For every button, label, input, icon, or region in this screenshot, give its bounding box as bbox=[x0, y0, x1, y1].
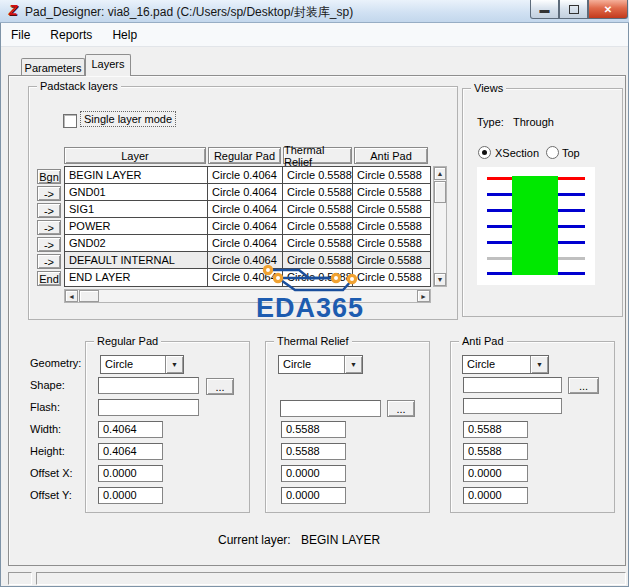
table-row[interactable]: BEGIN LAYER Circle 0.4064 Circle 0.5588 … bbox=[65, 167, 430, 184]
tab-parameters[interactable]: Parameters bbox=[21, 58, 85, 76]
column-header-regular-pad[interactable]: Regular Pad bbox=[208, 147, 281, 164]
cell-layer[interactable]: DEFAULT INTERNAL bbox=[65, 252, 208, 268]
table-row[interactable]: GND01 Circle 0.4064 Circle 0.5588 Circle… bbox=[65, 184, 430, 201]
scroll-right-icon[interactable]: ► bbox=[417, 290, 430, 302]
tab-layers[interactable]: Layers bbox=[85, 54, 131, 76]
cell-layer[interactable]: SIG1 bbox=[65, 201, 208, 217]
cell-thermal-relief[interactable]: Circle 0.5588 bbox=[283, 235, 353, 251]
row-button-arrow[interactable]: -> bbox=[37, 220, 61, 235]
scroll-up-icon[interactable]: ▲ bbox=[434, 167, 446, 180]
horizontal-scroll-thumb[interactable] bbox=[79, 290, 99, 302]
cell-thermal-relief[interactable]: Circle 0.5588 bbox=[283, 167, 353, 183]
cell-regular-pad[interactable]: Circle 0.4064 bbox=[208, 269, 283, 286]
table-row[interactable]: POWER Circle 0.4064 Circle 0.5588 Circle… bbox=[65, 218, 430, 235]
cell-layer[interactable]: END LAYER bbox=[65, 269, 208, 286]
column-header-layer[interactable]: Layer bbox=[64, 147, 206, 164]
regular-pad-width-input[interactable]: 0.4064 bbox=[98, 421, 163, 438]
regular-pad-geometry-select[interactable]: Circle ▼ bbox=[100, 355, 184, 374]
cell-thermal-relief[interactable]: Circle 0.5588 bbox=[283, 218, 353, 234]
anti-pad-geometry-value: Circle bbox=[467, 358, 495, 370]
row-button-arrow[interactable]: -> bbox=[37, 203, 61, 218]
table-horizontal-scrollbar[interactable]: ◄ ► bbox=[64, 289, 431, 303]
menu-reports[interactable]: Reports bbox=[40, 25, 102, 45]
table-row[interactable]: DEFAULT INTERNAL Circle 0.4064 Circle 0.… bbox=[65, 252, 430, 269]
status-bar-grip bbox=[8, 572, 32, 585]
radio-top-label[interactable]: Top bbox=[562, 147, 580, 159]
cell-regular-pad[interactable]: Circle 0.4064 bbox=[208, 167, 283, 183]
cell-layer[interactable]: GND02 bbox=[65, 235, 208, 251]
cell-anti-pad[interactable]: Circle 0.5588 bbox=[353, 269, 430, 286]
table-row[interactable]: GND02 Circle 0.4064 Circle 0.5588 Circle… bbox=[65, 235, 430, 252]
regular-pad-height-input[interactable]: 0.4064 bbox=[98, 443, 163, 460]
minimize-button[interactable]: ▬ bbox=[530, 0, 559, 19]
thermal-relief-flash-browse-button[interactable]: ... bbox=[387, 400, 415, 417]
anti-pad-flash-input[interactable] bbox=[463, 398, 562, 414]
single-layer-mode-label[interactable]: Single layer mode bbox=[80, 111, 176, 127]
maximize-button[interactable] bbox=[559, 0, 588, 19]
cell-layer[interactable]: GND01 bbox=[65, 184, 208, 200]
xsection-preview bbox=[477, 167, 595, 285]
cell-anti-pad[interactable]: Circle 0.5588 bbox=[353, 184, 430, 200]
menu-help[interactable]: Help bbox=[102, 25, 147, 45]
anti-pad-geometry-select[interactable]: Circle ▼ bbox=[462, 355, 549, 374]
thermal-relief-flash-input[interactable] bbox=[280, 400, 381, 417]
cell-anti-pad[interactable]: Circle 0.5588 bbox=[353, 201, 430, 217]
table-row[interactable]: SIG1 Circle 0.4064 Circle 0.5588 Circle … bbox=[65, 201, 430, 218]
close-button[interactable]: ✕ bbox=[588, 0, 628, 19]
cell-thermal-relief[interactable]: Circle 0.5588 bbox=[283, 201, 353, 217]
cell-layer[interactable]: POWER bbox=[65, 218, 208, 234]
thermal-relief-width-input[interactable]: 0.5588 bbox=[281, 421, 346, 438]
scroll-left-icon[interactable]: ◄ bbox=[65, 290, 78, 302]
table-row[interactable]: END LAYER Circle 0.4064 Circle 0.5588 Ci… bbox=[65, 269, 430, 286]
anti-pad-width-input[interactable]: 0.5588 bbox=[463, 421, 528, 438]
anti-pad-offset-x-input[interactable]: 0.0000 bbox=[463, 465, 528, 482]
cell-thermal-relief[interactable]: Circle 0.5588 bbox=[283, 184, 353, 200]
thermal-relief-geometry-select[interactable]: Circle ▼ bbox=[278, 355, 363, 374]
regular-pad-offset-y-input[interactable]: 0.0000 bbox=[98, 487, 163, 504]
radio-top[interactable] bbox=[546, 146, 559, 159]
thermal-relief-offset-x-input[interactable]: 0.0000 bbox=[281, 465, 346, 482]
scroll-down-icon[interactable]: ▼ bbox=[434, 273, 446, 286]
cell-regular-pad[interactable]: Circle 0.4064 bbox=[208, 252, 283, 268]
offset-x-label: Offset X: bbox=[30, 467, 73, 479]
regular-pad-flash-input[interactable] bbox=[98, 399, 199, 416]
row-button-arrow[interactable]: -> bbox=[37, 186, 61, 201]
table-vertical-scrollbar[interactable]: ▲ ▼ bbox=[433, 166, 447, 287]
thermal-relief-offset-y-input[interactable]: 0.0000 bbox=[281, 487, 346, 504]
cell-layer[interactable]: BEGIN LAYER bbox=[65, 167, 208, 183]
radio-xsection[interactable] bbox=[478, 146, 491, 159]
padstack-layers-group-label: Padstack layers bbox=[37, 80, 121, 92]
cell-regular-pad[interactable]: Circle 0.4064 bbox=[208, 218, 283, 234]
menu-file[interactable]: File bbox=[1, 25, 40, 45]
row-button-end[interactable]: End bbox=[37, 271, 61, 286]
title-bar[interactable]: Z Pad_Designer: via8_16.pad (C:/Users/sp… bbox=[0, 0, 629, 23]
chevron-down-icon[interactable]: ▼ bbox=[165, 356, 183, 373]
anti-pad-shape-input[interactable] bbox=[463, 377, 562, 393]
cell-thermal-relief[interactable]: Circle 0.5588 bbox=[283, 252, 353, 268]
regular-pad-offset-x-input[interactable]: 0.0000 bbox=[98, 465, 163, 482]
regular-pad-shape-input[interactable] bbox=[98, 377, 199, 394]
column-header-anti-pad[interactable]: Anti Pad bbox=[354, 147, 428, 164]
chevron-down-icon[interactable]: ▼ bbox=[344, 356, 362, 373]
radio-xsection-label[interactable]: XSection bbox=[495, 147, 539, 159]
cell-thermal-relief[interactable]: Circle 0.5588 bbox=[283, 269, 353, 286]
anti-pad-shape-browse-button[interactable]: ... bbox=[568, 377, 599, 394]
regular-pad-shape-browse-button[interactable]: ... bbox=[206, 378, 234, 395]
cell-regular-pad[interactable]: Circle 0.4064 bbox=[208, 235, 283, 251]
cell-regular-pad[interactable]: Circle 0.4064 bbox=[208, 184, 283, 200]
thermal-relief-height-input[interactable]: 0.5588 bbox=[281, 443, 346, 460]
anti-pad-offset-y-input[interactable]: 0.0000 bbox=[463, 487, 528, 504]
row-button-arrow[interactable]: -> bbox=[37, 237, 61, 252]
cell-anti-pad[interactable]: Circle 0.5588 bbox=[353, 252, 430, 268]
row-button-bgn[interactable]: Bgn bbox=[37, 169, 61, 184]
vertical-scroll-thumb[interactable] bbox=[434, 181, 446, 203]
column-header-thermal-relief[interactable]: Thermal Relief bbox=[283, 147, 352, 164]
row-button-arrow[interactable]: -> bbox=[37, 254, 61, 269]
chevron-down-icon[interactable]: ▼ bbox=[530, 356, 548, 373]
cell-anti-pad[interactable]: Circle 0.5588 bbox=[353, 218, 430, 234]
cell-anti-pad[interactable]: Circle 0.5588 bbox=[353, 167, 430, 183]
anti-pad-height-input[interactable]: 0.5588 bbox=[463, 443, 528, 460]
cell-anti-pad[interactable]: Circle 0.5588 bbox=[353, 235, 430, 251]
cell-regular-pad[interactable]: Circle 0.4064 bbox=[208, 201, 283, 217]
single-layer-mode-checkbox[interactable] bbox=[63, 114, 77, 128]
